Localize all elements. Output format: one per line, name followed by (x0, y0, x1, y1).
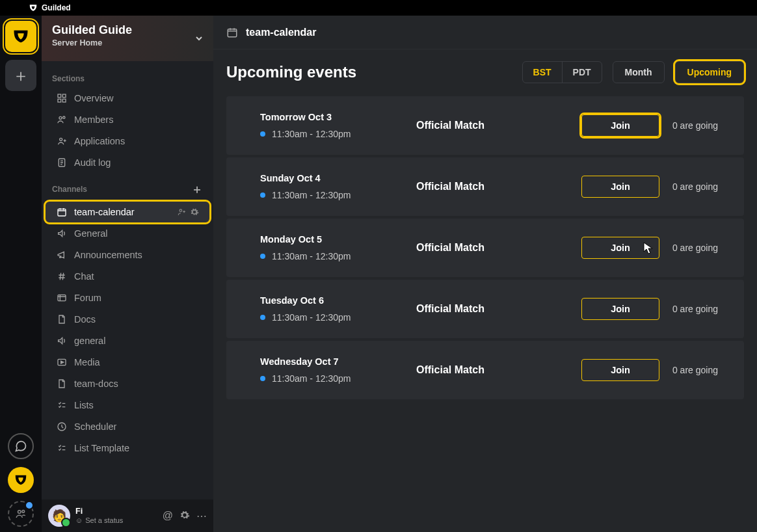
media-icon (56, 356, 68, 368)
event-card[interactable]: Monday Oct 5 11:30am - 12:30pm Official … (226, 219, 744, 277)
event-card[interactable]: Tomorrow Oct 3 11:30am - 12:30pm Officia… (226, 96, 744, 155)
join-button[interactable]: Join (581, 176, 659, 198)
channel-header: team-calendar (213, 16, 757, 49)
event-date: Tuesday Oct 6 (260, 295, 416, 306)
direct-messages-button[interactable] (8, 433, 34, 459)
channel-label: Media (74, 357, 199, 367)
event-title: Official Match (416, 181, 581, 193)
channel-item-docs[interactable]: Docs (46, 309, 209, 330)
applications-icon (56, 135, 68, 147)
section-item-overview[interactable]: Overview (46, 88, 209, 109)
event-date: Monday Oct 5 (260, 234, 416, 245)
server-header[interactable]: Guilded Guide Server Home (42, 16, 213, 61)
channel-item-team-calendar[interactable]: team-calendar (46, 202, 209, 222)
event-title: Official Match (416, 364, 581, 376)
add-member-icon[interactable] (177, 207, 186, 217)
view-month-button[interactable]: Month (613, 61, 665, 83)
channel-item-announcements[interactable]: Announcements (46, 245, 209, 265)
event-color-dot (260, 315, 265, 320)
server-subtitle: Server Home (52, 38, 203, 47)
calendar-icon (226, 27, 238, 38)
doc-icon (56, 378, 68, 390)
event-card[interactable]: Tuesday Oct 6 11:30am - 12:30pm Official… (226, 280, 744, 338)
nav-label: Applications (74, 136, 199, 146)
user-avatar[interactable]: 🧑 (48, 505, 70, 527)
join-button[interactable]: Join (581, 114, 659, 137)
user-footer: 🧑 Fi ☺ Set a status @ ⋯ (42, 499, 213, 532)
event-time: 11:30am - 12:30pm (260, 373, 416, 384)
app-name: Guilded (42, 3, 71, 12)
add-server-button[interactable]: ＋ (5, 60, 36, 91)
channel-label: Docs (74, 314, 199, 325)
timezone-bst[interactable]: BST (523, 62, 562, 83)
event-color-dot (260, 254, 265, 259)
chevron-down-icon (194, 33, 204, 44)
channel-item-team-docs[interactable]: team-docs (46, 373, 209, 394)
members-icon (56, 114, 68, 126)
timezone-pdt[interactable]: PDT (562, 62, 602, 83)
gear-icon[interactable] (190, 207, 199, 217)
hash-icon (56, 271, 68, 282)
channel-label: Forum (74, 293, 199, 303)
section-item-applications[interactable]: Applications (46, 131, 209, 152)
channel-item-lists[interactable]: Lists (46, 395, 209, 416)
join-button[interactable]: Join (581, 298, 659, 320)
list-icon (56, 442, 68, 454)
main-content: team-calendar Upcoming events BST PDT Mo… (213, 16, 757, 532)
add-channel-button[interactable]: ＋ (191, 181, 203, 197)
event-card[interactable]: Sunday Oct 4 11:30am - 12:30pm Official … (226, 157, 744, 216)
smile-icon: ☺ (75, 516, 83, 525)
event-card[interactable]: Wednesday Oct 7 11:30am - 12:30pm Offici… (226, 341, 744, 399)
user-name: Fi (75, 507, 157, 516)
sections-heading: Sections (42, 66, 213, 87)
event-title: Official Match (416, 120, 581, 131)
view-upcoming-button[interactable]: Upcoming (675, 61, 744, 83)
channel-label: team-calendar (74, 207, 170, 217)
channel-item-general[interactable]: General (46, 223, 209, 244)
user-status[interactable]: ☺ Set a status (75, 516, 157, 525)
channel-name: team-calendar (246, 27, 317, 38)
channel-item-media[interactable]: Media (46, 352, 209, 373)
event-time: 11:30am - 12:30pm (260, 129, 416, 139)
section-item-audit-log[interactable]: Audit log (46, 152, 209, 173)
channel-item-forum[interactable]: Forum (46, 287, 209, 308)
channel-item-chat[interactable]: Chat (46, 266, 209, 287)
calendar-icon (56, 206, 68, 218)
going-count: 0 are going (672, 304, 718, 314)
guilded-shield-icon (14, 473, 28, 487)
channel-label: List Template (74, 443, 199, 453)
voice-icon (56, 228, 68, 239)
server-icon-active[interactable] (5, 21, 36, 52)
svg-point-1 (22, 510, 25, 512)
event-title: Official Match (416, 303, 581, 315)
join-button[interactable]: Join (581, 359, 659, 381)
chat-bubble-icon (14, 440, 27, 453)
svg-point-11 (179, 209, 182, 212)
svg-point-6 (59, 116, 62, 119)
channel-item-general[interactable]: general (46, 330, 209, 351)
event-color-dot (260, 193, 265, 198)
timezone-toggle: BST PDT (522, 61, 602, 83)
list-icon (56, 399, 68, 411)
gear-icon (179, 510, 190, 520)
doc-icon (56, 313, 68, 325)
nav-label: Members (74, 114, 199, 125)
channel-item-list-template[interactable]: List Template (46, 438, 209, 459)
more-button[interactable]: ⋯ (196, 510, 207, 522)
channel-label: general (74, 336, 199, 346)
audit-icon (56, 157, 68, 168)
channel-item-scheduler[interactable]: Scheduler (46, 416, 209, 437)
event-time: 11:30am - 12:30pm (260, 312, 416, 323)
server-rail: ＋ (0, 16, 42, 532)
channel-label: Announcements (74, 250, 199, 260)
event-date: Wednesday Oct 7 (260, 356, 416, 367)
svg-rect-2 (58, 94, 61, 98)
announce-icon (56, 249, 68, 261)
join-button[interactable]: Join (581, 237, 659, 259)
find-server-button[interactable] (8, 501, 34, 527)
home-button[interactable] (8, 467, 34, 493)
channel-label: Chat (74, 271, 199, 282)
settings-button[interactable] (179, 510, 190, 522)
mentions-button[interactable]: @ (163, 510, 173, 522)
section-item-members[interactable]: Members (46, 109, 209, 130)
